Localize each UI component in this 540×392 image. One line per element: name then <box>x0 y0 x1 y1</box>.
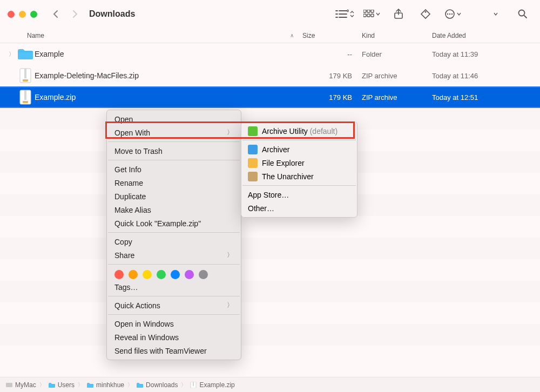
menu-separator <box>108 314 240 315</box>
tag-gray[interactable] <box>199 270 208 279</box>
submenu-other[interactable]: Other… <box>241 201 357 215</box>
toolbar: Downloads <box>0 0 540 28</box>
submenu-default-app-label: Archive Utility <box>262 127 308 136</box>
close-window-button[interactable] <box>8 11 15 18</box>
menu-send-teamviewer[interactable]: Send files with TeamViewer <box>107 344 241 357</box>
file-kind: ZIP archive <box>362 93 432 102</box>
unarchiver-icon <box>248 172 258 181</box>
tag-red[interactable] <box>114 270 124 279</box>
tags-button[interactable] <box>416 6 435 22</box>
svg-point-10 <box>449 13 450 15</box>
menu-share[interactable]: Share〉 <box>107 248 241 262</box>
menu-quick-look[interactable]: Quick Look "Example.zip" <box>107 217 241 230</box>
context-menu: Open Open With〉 Move to Trash Get Info R… <box>106 110 241 360</box>
submenu-unarchiver[interactable]: The Unarchiver <box>241 170 357 183</box>
file-row-zip[interactable]: Example-Deleting-MacFiles.zip 179 KB ZIP… <box>0 65 540 86</box>
menu-get-info[interactable]: Get Info <box>107 163 241 176</box>
group-button[interactable] <box>362 6 381 22</box>
file-name: Example <box>35 50 302 58</box>
chevron-right-icon: 〉 <box>227 301 233 310</box>
submenu-archive-utility[interactable]: Archive Utility (default) <box>241 124 357 138</box>
menu-quick-actions[interactable]: Quick Actions〉 <box>107 299 241 312</box>
minimize-window-button[interactable] <box>19 11 26 18</box>
submenu-app-store[interactable]: App Store… <box>241 188 357 201</box>
tag-orange[interactable] <box>129 270 138 279</box>
file-row-selected[interactable]: Example.zip 179 KB ZIP archive Today at … <box>0 86 540 108</box>
svg-rect-0 <box>363 10 366 12</box>
path-label: Users <box>58 381 75 389</box>
folder-icon <box>16 46 35 62</box>
submenu-app-label: Archiver <box>262 145 289 154</box>
open-with-submenu: Archive Utility (default) Archiver File … <box>241 121 357 218</box>
menu-tags[interactable]: Tags… <box>107 280 241 294</box>
empty-row <box>0 324 540 346</box>
menu-reveal-in-windows[interactable]: Reveal in Windows <box>107 330 241 344</box>
file-kind: Folder <box>362 50 432 58</box>
submenu-archiver[interactable]: Archiver <box>241 143 357 156</box>
svg-rect-14 <box>24 69 26 78</box>
submenu-app-label: File Explorer <box>262 159 305 167</box>
back-button[interactable] <box>48 6 63 22</box>
file-size: 179 KB <box>302 72 362 80</box>
action-button[interactable] <box>443 6 462 22</box>
path-segment[interactable]: MyMac <box>5 381 36 389</box>
file-date: Today at 12:51 <box>432 93 540 102</box>
menu-separator <box>242 185 356 186</box>
svg-rect-19 <box>6 383 12 387</box>
file-date: Today at 11:39 <box>432 50 540 58</box>
menu-separator <box>108 141 240 142</box>
chevron-right-icon: 〉 <box>227 251 233 260</box>
empty-row <box>0 302 540 324</box>
menu-open-with[interactable]: Open With〉 <box>107 126 241 139</box>
chevron-right-icon[interactable] <box>486 6 505 22</box>
path-segment[interactable]: Example.zip <box>190 381 234 389</box>
path-separator-icon: 〉 <box>127 381 133 389</box>
path-segment[interactable]: minhkhue <box>86 381 124 389</box>
menu-duplicate[interactable]: Duplicate <box>107 190 241 203</box>
menu-rename[interactable]: Rename <box>107 176 241 190</box>
path-label: MyMac <box>15 381 36 389</box>
file-name: Example.zip <box>35 93 302 102</box>
tag-green[interactable] <box>157 270 166 279</box>
maximize-window-button[interactable] <box>30 11 37 18</box>
tag-purple[interactable] <box>185 270 194 279</box>
svg-point-9 <box>447 13 448 15</box>
forward-button[interactable] <box>68 6 83 22</box>
submenu-file-explorer[interactable]: File Explorer <box>241 156 357 170</box>
file-date: Today at 11:46 <box>432 72 540 80</box>
column-kind[interactable]: Kind <box>362 32 432 39</box>
archiver-icon <box>248 145 258 154</box>
chevron-right-icon: 〉 <box>227 128 233 137</box>
column-date[interactable]: Date Added <box>432 32 540 39</box>
window-controls <box>8 11 37 18</box>
column-size[interactable]: Size <box>302 32 362 39</box>
menu-move-to-trash[interactable]: Move to Trash <box>107 144 241 158</box>
svg-rect-1 <box>367 10 370 12</box>
submenu-default-suffix: (default) <box>310 127 338 136</box>
tag-yellow[interactable] <box>143 270 152 279</box>
svg-rect-3 <box>363 14 366 17</box>
search-button[interactable] <box>513 6 532 22</box>
path-segment[interactable]: Users <box>48 381 75 389</box>
menu-open-in-windows[interactable]: Open in Windows <box>107 317 241 330</box>
svg-point-12 <box>519 10 525 16</box>
path-segment[interactable]: Downloads <box>136 381 178 389</box>
share-button[interactable] <box>389 6 408 22</box>
path-label: minhkhue <box>96 381 124 389</box>
view-list-button[interactable] <box>335 6 354 22</box>
menu-open[interactable]: Open <box>107 112 241 126</box>
disclosure-icon[interactable]: 〉 <box>9 50 16 58</box>
menu-copy[interactable]: Copy <box>107 235 241 248</box>
empty-row <box>0 238 540 259</box>
path-label: Example.zip <box>199 381 234 389</box>
menu-make-alias[interactable]: Make Alias <box>107 203 241 217</box>
menu-share-label: Share <box>114 251 134 260</box>
menu-separator <box>108 296 240 296</box>
file-row-folder[interactable]: 〉 Example -- Folder Today at 11:39 <box>0 43 540 65</box>
column-name[interactable]: Name∧ <box>27 32 302 39</box>
tag-blue[interactable] <box>171 270 180 279</box>
path-label: Downloads <box>146 381 178 389</box>
tag-color-row <box>107 267 241 280</box>
empty-row <box>0 259 540 281</box>
menu-separator <box>108 264 240 265</box>
